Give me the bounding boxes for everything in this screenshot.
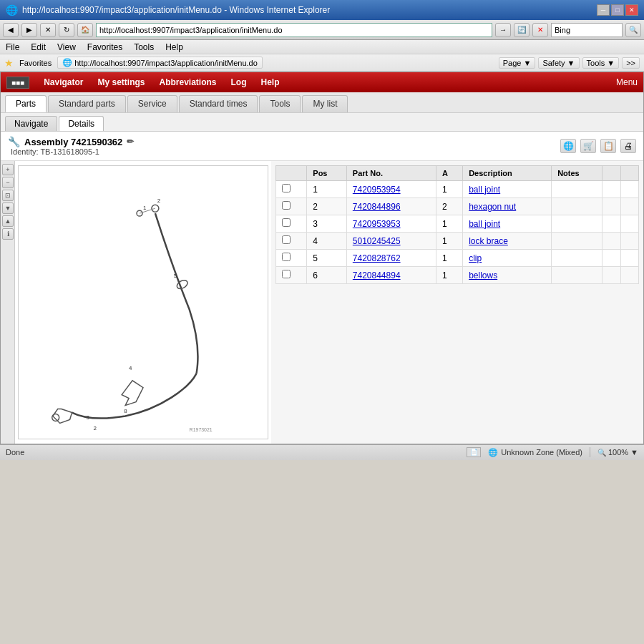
print-tool-icon[interactable]: 🖨 — [620, 139, 636, 153]
refresh-icon[interactable]: 🔄 — [514, 23, 530, 37]
stop-icon[interactable]: ✕ — [532, 23, 548, 37]
refresh-button[interactable]: ↻ — [59, 23, 74, 37]
nav-my-settings[interactable]: My settings — [97, 77, 145, 87]
row-checkbox[interactable] — [276, 215, 307, 233]
diagram-area: 1 2 5 4 3 — [18, 165, 268, 439]
tab-parts[interactable]: Parts — [5, 95, 47, 112]
row-notes — [552, 198, 602, 215]
col-extra1 — [602, 166, 620, 181]
cart-tool-icon[interactable]: 🛒 — [580, 139, 596, 153]
next-button[interactable]: ▼ — [2, 203, 14, 214]
wrench-icon: 🔧 — [8, 136, 20, 147]
row-partno[interactable]: 5010245425 — [346, 233, 436, 250]
safety-button[interactable]: Safety ▼ — [538, 57, 579, 69]
tools-button[interactable]: Tools ▼ — [582, 57, 620, 69]
row-extra1 — [602, 181, 620, 198]
search-input[interactable] — [551, 23, 623, 37]
menu-favorites[interactable]: Favorites — [87, 42, 122, 52]
row-pos: 4 — [307, 233, 347, 250]
favorites-link[interactable]: 🌐 http://localhost:9907/impact3/applicat… — [57, 57, 263, 69]
titlebar-controls: ─ □ ✕ — [597, 4, 638, 16]
col-pos: Pos — [307, 166, 347, 181]
search-button[interactable]: 🔍 — [625, 23, 641, 37]
nav-menu[interactable]: Menu — [616, 77, 638, 87]
globe-tool-icon[interactable]: 🌐 — [560, 139, 576, 153]
row-description[interactable]: hexagon nut — [463, 198, 552, 215]
maximize-button[interactable]: □ — [611, 4, 624, 16]
row-checkbox[interactable] — [276, 250, 307, 267]
go-button[interactable]: → — [495, 23, 511, 37]
row-check-4[interactable] — [282, 253, 291, 261]
fit-button[interactable]: ⊡ — [2, 190, 14, 201]
row-partno[interactable]: 7420828762 — [346, 250, 436, 267]
row-description[interactable]: ball joint — [463, 215, 552, 233]
row-pos: 3 — [307, 215, 347, 233]
copy-tool-icon[interactable]: 📋 — [600, 139, 616, 153]
row-pos: 5 — [307, 250, 347, 267]
row-check-2[interactable] — [282, 218, 291, 227]
edit-icon[interactable]: ✏ — [127, 137, 134, 147]
row-checkbox[interactable] — [276, 181, 307, 198]
subtab-navigate[interactable]: Navigate — [5, 116, 57, 131]
nav-abbreviations[interactable]: Abbreviations — [160, 77, 217, 87]
tab-standard-times[interactable]: Standard times — [179, 95, 258, 112]
row-extra1 — [602, 215, 620, 233]
tab-tools[interactable]: Tools — [259, 95, 301, 112]
minimize-button[interactable]: ─ — [597, 4, 610, 16]
row-checkbox[interactable] — [276, 233, 307, 250]
row-checkbox[interactable] — [276, 198, 307, 215]
svg-text:8: 8 — [124, 408, 127, 414]
more-button[interactable]: >> — [622, 57, 640, 69]
page-button[interactable]: Page ▼ — [499, 57, 536, 69]
row-partno[interactable]: 7420844896 — [346, 198, 436, 215]
row-extra2 — [620, 198, 638, 215]
subtab-details[interactable]: Details — [59, 116, 104, 131]
row-check-1[interactable] — [282, 201, 291, 210]
menu-help[interactable]: Help — [165, 42, 183, 52]
row-description[interactable]: clip — [463, 250, 552, 267]
nav-help[interactable]: Help — [261, 77, 280, 87]
parts-diagram: 1 2 5 4 3 — [19, 166, 268, 439]
nav-navigator[interactable]: Navigator — [44, 77, 83, 87]
tab-standard-parts[interactable]: Standard parts — [48, 95, 126, 112]
address-bar[interactable] — [96, 23, 492, 37]
row-extra1 — [602, 267, 620, 284]
row-checkbox[interactable] — [276, 267, 307, 284]
row-notes — [552, 267, 602, 284]
prev-button[interactable]: ▲ — [2, 215, 14, 227]
zoom-in-button[interactable]: + — [2, 164, 14, 175]
row-check-0[interactable] — [282, 184, 291, 192]
app-container: ■■■ Navigator My settings Abbreviations … — [0, 72, 644, 444]
row-partno[interactable]: 7420844894 — [346, 267, 436, 284]
row-a: 1 — [436, 233, 462, 250]
info-button[interactable]: ℹ — [2, 228, 14, 240]
tab-my-list[interactable]: My list — [302, 95, 348, 112]
home-button[interactable]: 🏠 — [77, 23, 93, 37]
menu-tools[interactable]: Tools — [134, 42, 154, 52]
close-button[interactable]: ✕ — [625, 4, 638, 16]
menu-edit[interactable]: Edit — [31, 42, 46, 52]
row-description[interactable]: lock brace — [463, 233, 552, 250]
row-check-3[interactable] — [282, 235, 291, 244]
zoom-out-button[interactable]: − — [2, 177, 14, 188]
row-partno[interactable]: 7420953954 — [346, 181, 436, 198]
menu-file[interactable]: File — [6, 42, 19, 52]
status-icon: 📄 — [467, 447, 481, 457]
row-check-5[interactable] — [282, 270, 291, 278]
stop-button[interactable]: ✕ — [40, 23, 56, 37]
row-description[interactable]: bellows — [463, 267, 552, 284]
row-description[interactable]: ball joint — [463, 181, 552, 198]
back-button[interactable]: ◀ — [3, 23, 19, 37]
nav-log[interactable]: Log — [231, 77, 247, 87]
svg-text:2: 2 — [157, 197, 161, 204]
row-partno[interactable]: 7420953953 — [346, 215, 436, 233]
favorites-label[interactable]: Favorites — [19, 59, 52, 67]
row-a: 2 — [436, 198, 462, 215]
tab-service[interactable]: Service — [127, 95, 177, 112]
menu-view[interactable]: View — [57, 42, 76, 52]
assembly-tools: 🌐 🛒 📋 🖨 — [560, 139, 636, 153]
assembly-identity: Identity: TB-131618095-1 — [11, 147, 134, 156]
row-extra2 — [620, 250, 638, 267]
forward-button[interactable]: ▶ — [21, 23, 37, 37]
zoom-control[interactable]: 🔍 100% ▼ — [597, 448, 638, 457]
